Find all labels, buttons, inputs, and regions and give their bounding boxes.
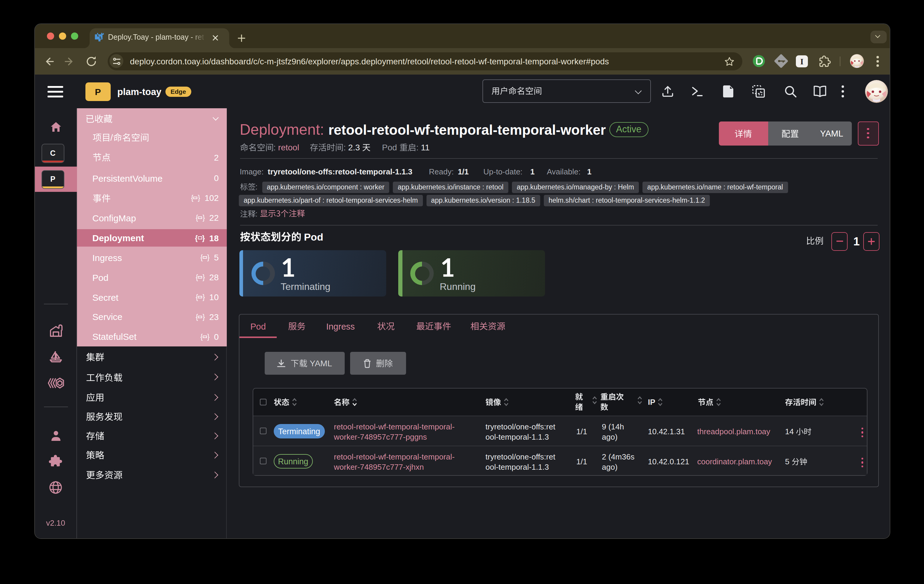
- svg-text:I: I: [800, 57, 804, 66]
